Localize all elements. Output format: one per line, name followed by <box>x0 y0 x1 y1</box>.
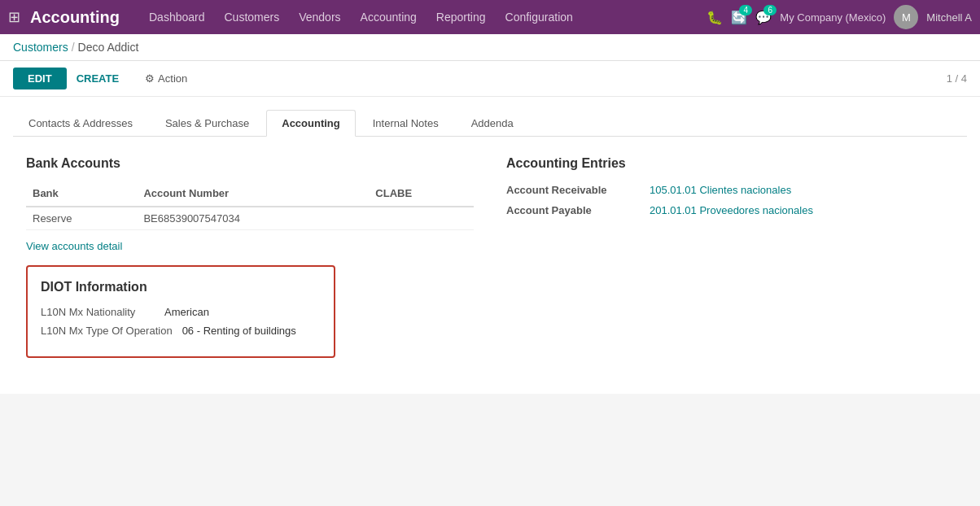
breadcrumb-current: Deco Addict <box>78 41 139 54</box>
tab-accounting[interactable]: Accounting <box>266 110 356 137</box>
nav-vendors[interactable]: Vendors <box>291 7 348 27</box>
diot-row-nationality: L10N Mx Nationality American <box>41 306 321 318</box>
breadcrumb: Customers / Deco Addict <box>0 34 980 61</box>
diot-label-operation: L10N Mx Type Of Operation <box>41 325 173 337</box>
view-accounts-link[interactable]: View accounts detail <box>26 240 122 252</box>
diot-value-operation: 06 - Renting of buildings <box>182 325 296 337</box>
entry-receivable: Account Receivable 105.01.01 Clientes na… <box>506 184 954 196</box>
chat-badge: 6 <box>763 5 777 15</box>
cell-clabe <box>369 207 474 230</box>
bank-accounts-table: Bank Account Number CLABE Reserve BE6853… <box>26 184 474 230</box>
edit-button[interactable]: EDIT <box>13 68 67 89</box>
tab-content-accounting: Bank Accounts Bank Account Number CLABE … <box>13 137 967 377</box>
user-name: Mitchell A <box>926 11 972 24</box>
action-label: Action <box>158 72 187 85</box>
cell-bank: Reserve <box>26 207 137 230</box>
tab-internal-notes[interactable]: Internal Notes <box>357 110 454 136</box>
entry-receivable-value[interactable]: 105.01.01 Clientes nacionales <box>650 184 791 196</box>
entry-receivable-label: Account Receivable <box>506 184 637 196</box>
col-clabe: CLABE <box>369 184 474 207</box>
user-avatar[interactable]: M <box>894 5 918 29</box>
diot-title: DIOT Information <box>41 280 321 294</box>
nav-accounting[interactable]: Accounting <box>352 7 425 27</box>
diot-information-box: DIOT Information L10N Mx Nationality Ame… <box>26 265 335 358</box>
nav-dashboard[interactable]: Dashboard <box>141 7 213 27</box>
breadcrumb-separator: / <box>72 41 75 54</box>
breadcrumb-parent[interactable]: Customers <box>13 41 68 54</box>
table-row: Reserve BE68539007547034 <box>26 207 474 230</box>
bug-icon[interactable]: 🐛 <box>707 10 723 25</box>
col-account-number: Account Number <box>137 184 369 207</box>
tab-addenda[interactable]: Addenda <box>456 110 529 136</box>
bank-accounts-title: Bank Accounts <box>26 156 474 171</box>
accounting-entries-title: Accounting Entries <box>506 156 954 171</box>
nav-reporting[interactable]: Reporting <box>428 7 494 27</box>
diot-row-operation: L10N Mx Type Of Operation 06 - Renting o… <box>41 325 321 337</box>
activity-icon[interactable]: 🔄 4 <box>731 10 747 25</box>
entry-payable-label: Account Payable <box>506 204 637 216</box>
gear-icon: ⚙ <box>145 72 155 85</box>
tab-bar: Contacts & Addresses Sales & Purchase Ac… <box>13 97 967 137</box>
activity-badge: 4 <box>739 5 752 15</box>
record-pager: 1 / 4 <box>947 72 967 85</box>
create-button[interactable]: CREATE <box>75 68 120 89</box>
diot-label-nationality: L10N Mx Nationality <box>41 306 155 318</box>
col-bank: Bank <box>26 184 137 207</box>
entry-payable: Account Payable 201.01.01 Proveedores na… <box>506 204 954 216</box>
company-name: My Company (Mexico) <box>780 11 886 24</box>
grid-icon[interactable]: ⊞ <box>8 8 20 26</box>
diot-value-nationality: American <box>164 306 209 318</box>
tab-sales-purchase[interactable]: Sales & Purchase <box>150 110 265 136</box>
app-title: Accounting <box>30 8 120 27</box>
chat-icon[interactable]: 💬 6 <box>755 10 772 25</box>
entry-payable-value[interactable]: 201.01.01 Proveedores nacionales <box>650 204 813 216</box>
cell-account-number: BE68539007547034 <box>137 207 369 230</box>
top-navigation: ⊞ Accounting Dashboard Customers Vendors… <box>0 0 980 34</box>
left-column: Bank Accounts Bank Account Number CLABE … <box>26 156 474 358</box>
toolbar: EDIT CREATE ⚙ Action 1 / 4 <box>0 61 980 97</box>
tab-contacts[interactable]: Contacts & Addresses <box>13 110 148 136</box>
nav-configuration[interactable]: Configuration <box>497 7 581 27</box>
topnav-right: 🐛 🔄 4 💬 6 My Company (Mexico) M Mitchell… <box>707 5 972 29</box>
main-content: Contacts & Addresses Sales & Purchase Ac… <box>0 97 980 394</box>
action-dropdown[interactable]: ⚙ Action <box>145 72 187 85</box>
nav-customers[interactable]: Customers <box>217 7 288 27</box>
right-column: Accounting Entries Account Receivable 10… <box>506 156 954 358</box>
nav-menu: Dashboard Customers Vendors Accounting R… <box>141 7 581 27</box>
